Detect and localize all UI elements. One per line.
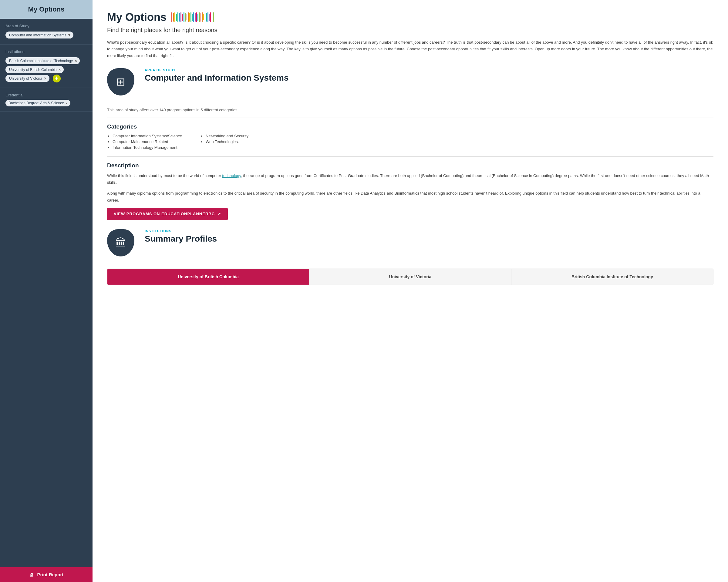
institutions-card: 🏛 INSTITUTIONS Summary Profiles [107,229,713,259]
print-section[interactable]: 🖨 Print Report [0,567,93,582]
area-content: AREA OF STUDY Computer and Information S… [145,68,713,84]
inst-icon-wrap: 🏛 [107,229,137,259]
categories-col-2: Networking and Security Web Technologies… [200,134,249,151]
area-of-study-label: Area of Study [5,24,87,28]
inst-icon-shape: 🏛 [107,229,134,256]
credential-chevron: ▾ [66,102,67,105]
uvic-remove[interactable]: × [44,76,46,81]
tab-bcit[interactable]: British Columbia Institute of Technology [512,269,713,285]
area-subtext: This area of study offers over 140 progr… [107,108,713,112]
inst-tag: INSTITUTIONS [145,229,713,233]
categories-list: Computer Information Systems/Science Com… [107,134,713,151]
category-item: Web Technologies. [206,139,249,144]
area-of-study-pill[interactable]: Computer and Information Systems ▾ [5,31,73,38]
inst-icon: 🏛 [115,237,126,249]
institutions-section: Institutions British Columbia Institute … [0,45,93,88]
page-header: My Options [107,11,713,24]
main-content: My Options [93,0,728,582]
technology-link[interactable]: technology [222,173,241,178]
page-subtitle: Find the right places for the right reas… [107,27,713,34]
category-item: Information Technology Management [112,145,182,150]
area-icon: ⊞ [116,76,125,88]
inst-content: INSTITUTIONS Summary Profiles [145,229,713,245]
print-icon: 🖨 [29,572,34,577]
barcode-decoration [172,12,214,22]
area-icon-wrap: ⊞ [107,68,137,99]
ubc-remove[interactable]: × [58,67,61,72]
institution-pill-bcit[interactable]: British Columbia Institute of Technology… [5,57,80,64]
credential-label: Credential [5,93,87,97]
sidebar: My Options Area of Study Computer and In… [0,0,93,582]
description-para1: While this field is understood by most t… [107,172,713,186]
print-label: Print Report [37,572,64,577]
institutions-pills: British Columbia Institute of Technology… [5,56,87,83]
area-icon-shape: ⊞ [107,68,134,95]
institution-pill-ubc[interactable]: University of British Columbia × [5,66,64,73]
area-of-study-card: ⊞ AREA OF STUDY Computer and Information… [107,68,713,99]
inst-heading: Summary Profiles [145,234,713,244]
external-link-icon: ↗ [217,212,221,216]
tab-uvic[interactable]: University of Victoria [309,269,512,285]
tab-ubc[interactable]: University of British Columbia [107,269,309,285]
area-of-study-remove[interactable]: ▾ [68,33,70,37]
bcit-remove[interactable]: × [75,58,77,63]
area-tag: AREA OF STUDY [145,68,713,72]
category-item: Networking and Security [206,134,249,138]
intro-text: What's post-secondary education all abou… [107,39,713,59]
categories-col-1: Computer Information Systems/Science Com… [107,134,182,151]
institution-pill-uvic[interactable]: University of Victoria × [5,75,49,82]
categories-heading: Categories [107,123,713,130]
institutions-label: Institutions [5,49,87,54]
category-item: Computer Maintenance Related [112,139,182,144]
description-heading: Description [107,162,713,169]
add-institution-button[interactable]: + [53,75,61,82]
view-programs-button[interactable]: VIEW PROGRAMS ON EDUCATIONPLANNERBC ↗ [107,208,228,220]
sidebar-title-bar: My Options [0,0,93,19]
sidebar-title: My Options [6,5,86,13]
area-heading: Computer and Information Systems [145,73,713,83]
credential-section: Credential Bachelor's Degree: Arts & Sci… [0,88,93,112]
description-para2: Along with many diploma options from pro… [107,190,713,203]
category-item: Computer Information Systems/Science [112,134,182,138]
credential-pill[interactable]: Bachelor's Degree: Arts & Science ▾ [5,100,70,106]
page-title: My Options [107,11,166,24]
area-of-study-section: Area of Study Computer and Information S… [0,19,93,45]
institutions-tabs: University of British Columbia Universit… [107,269,713,285]
